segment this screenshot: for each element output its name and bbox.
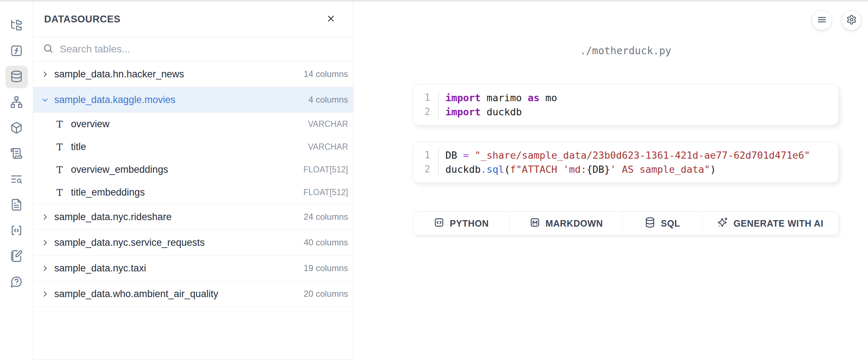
column-list: T overview VARCHAR T title VARCHAR T ove… [33, 113, 353, 204]
sidebar-item-datasources[interactable] [5, 66, 28, 88]
chevron-right-icon [41, 70, 54, 78]
panel-header: DATASOURCES [33, 1, 353, 37]
table-row[interactable]: sample_data.nyc.rideshare 24 columns [33, 204, 353, 230]
tables-tree: sample_data.hn.hacker_news 14 columns sa… [33, 61, 353, 307]
add-markdown-cell-button[interactable]: MARKDOWN [510, 212, 623, 235]
add-cell-label: GENERATE WITH AI [733, 218, 823, 229]
column-row[interactable]: T overview VARCHAR [33, 113, 353, 136]
line-numbers: 12 [413, 91, 439, 119]
file-text-icon [10, 198, 23, 213]
type-text-icon: T [56, 187, 69, 198]
table-name: sample_data.nyc.taxi [54, 263, 304, 274]
column-count: 4 columns [309, 95, 348, 105]
add-python-cell-button[interactable]: PYTHON [413, 212, 510, 235]
table-row[interactable]: sample_data.hn.hacker_news 14 columns [33, 61, 353, 87]
sparkles-icon [717, 217, 728, 230]
add-cell-label: SQL [661, 218, 680, 229]
table-name: sample_data.nyc.service_requests [54, 237, 304, 248]
line-numbers: 12 [413, 148, 439, 176]
box-icon [10, 121, 23, 136]
column-type: VARCHAR [308, 142, 348, 152]
column-count: 14 columns [304, 69, 348, 79]
function-square-icon [10, 44, 23, 59]
list-search-icon [10, 173, 23, 187]
code-editor[interactable]: import marimo as moimport duckdb [439, 91, 557, 119]
code-cell[interactable]: 12 DB = "_share/sample_data/23b0d623-136… [412, 142, 839, 183]
table-row-selected[interactable]: sample_data.kaggle.movies 4 columns [33, 87, 353, 113]
column-row[interactable]: T title VARCHAR [33, 136, 353, 158]
column-type: VARCHAR [308, 119, 348, 129]
sidebar-item-help[interactable] [5, 271, 28, 293]
markdown-icon [529, 217, 541, 230]
add-cell-toolbar: PYTHON MARKDOWN SQL GENERATE WITH AI [412, 211, 839, 235]
table-row[interactable]: sample_data.nyc.service_requests 40 colu… [33, 230, 353, 256]
sidebar-item-logs[interactable] [5, 168, 28, 191]
notebook-pen-icon [10, 250, 23, 264]
datasources-panel: DATASOURCES sample_data.hn.hacker_news 1… [33, 1, 353, 360]
generate-with-ai-button[interactable]: GENERATE WITH AI [702, 212, 838, 235]
page-title: DATASOURCES [44, 14, 120, 25]
column-type: FLOAT[512] [303, 165, 348, 175]
sidebar-item-dependencies[interactable] [5, 91, 28, 114]
sidebar-item-snippets[interactable] [5, 220, 28, 242]
help-bubble-icon [10, 275, 23, 290]
table-row[interactable]: sample_data.nyc.taxi 19 columns [33, 256, 353, 281]
add-cell-label: MARKDOWN [546, 218, 603, 229]
column-name: overview_embeddings [71, 164, 303, 175]
column-count: 20 columns [304, 289, 348, 299]
scroll-text-icon [10, 147, 23, 161]
hamburger-menu-icon [817, 14, 827, 26]
column-name: title [71, 141, 308, 153]
close-icon [326, 14, 336, 25]
column-type: FLOAT[512] [303, 188, 348, 197]
notebook-filename[interactable]: ./motherduck.py [412, 45, 839, 57]
table-name: sample_data.nyc.rideshare [54, 211, 304, 223]
table-name: sample_data.kaggle.movies [54, 94, 309, 106]
chevron-right-icon [41, 265, 54, 272]
sidebar-item-scratchpad[interactable] [5, 245, 28, 268]
close-panel-button[interactable] [326, 14, 336, 25]
network-icon [10, 96, 23, 110]
column-count: 19 columns [304, 263, 348, 273]
table-row[interactable]: sample_data.who.ambient_air_quality 20 c… [33, 281, 353, 307]
chevron-right-icon [41, 239, 54, 247]
column-count: 24 columns [304, 212, 348, 222]
sidebar-item-documentation[interactable] [5, 194, 28, 217]
sidebar-item-scratchpad-script[interactable] [5, 143, 28, 165]
database-icon [644, 217, 656, 230]
sidebar-item-file-explorer[interactable] [5, 14, 28, 37]
settings-button[interactable] [841, 10, 861, 30]
code-editor[interactable]: DB = "_share/sample_data/23b0d623-1361-4… [439, 148, 810, 176]
sidebar-icon-rail [0, 1, 33, 360]
table-name: sample_data.hn.hacker_news [54, 69, 304, 80]
code-square-icon [433, 217, 445, 230]
database-icon [10, 70, 23, 84]
chevron-down-icon [41, 96, 54, 104]
snippets-icon [10, 224, 23, 238]
type-text-icon: T [56, 119, 69, 130]
type-text-icon: T [56, 164, 69, 175]
search-input[interactable] [60, 43, 353, 55]
table-name: sample_data.who.ambient_air_quality [54, 288, 304, 300]
sidebar-item-packages[interactable] [5, 117, 28, 140]
column-row[interactable]: T overview_embeddings FLOAT[512] [33, 158, 353, 181]
add-cell-label: PYTHON [450, 218, 489, 229]
add-sql-cell-button[interactable]: SQL [623, 212, 702, 235]
gear-icon [846, 14, 857, 26]
search-icon [43, 43, 54, 55]
sidebar-item-functions[interactable] [5, 40, 28, 63]
column-count: 40 columns [304, 237, 348, 248]
chevron-right-icon [41, 213, 54, 221]
folder-tree-icon [10, 19, 23, 33]
notebook-menu-button[interactable] [812, 10, 832, 30]
code-cell[interactable]: 12 import marimo as moimport duckdb [412, 84, 839, 125]
search-bar [33, 37, 353, 61]
column-row[interactable]: T title_embeddings FLOAT[512] [33, 181, 353, 204]
column-name: title_embeddings [71, 187, 303, 198]
type-text-icon: T [56, 142, 69, 153]
column-name: overview [71, 119, 308, 130]
chevron-right-icon [41, 290, 54, 298]
